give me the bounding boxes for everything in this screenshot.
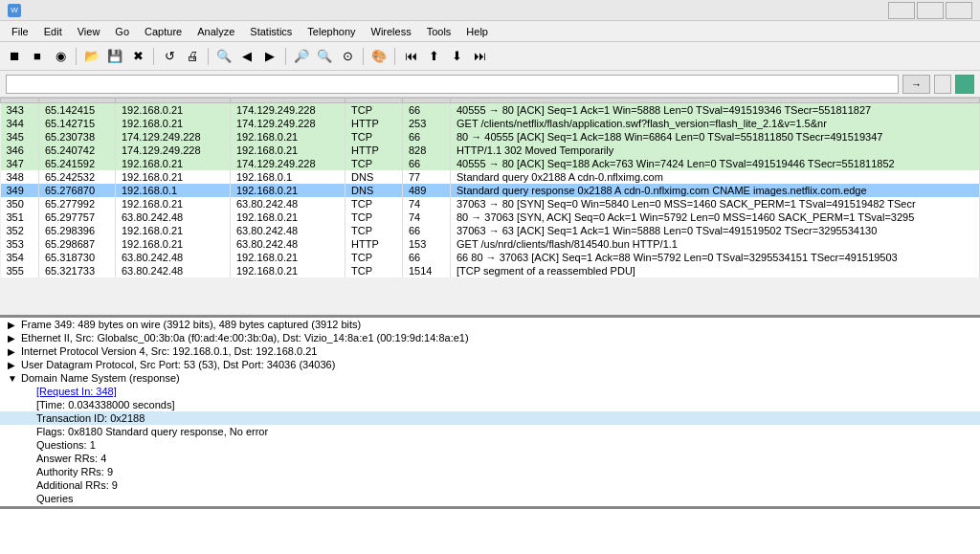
cell-6: GET /us/nrd/clients/flash/814540.bun HTT… [451, 237, 980, 251]
cell-2: 192.168.0.21 [116, 197, 231, 211]
menu-item-file[interactable]: File [4, 24, 36, 39]
hex-panel [0, 509, 980, 554]
menu-item-view[interactable]: View [70, 24, 108, 39]
table-row[interactable]: 34365.142415192.168.0.21174.129.249.228T… [1, 103, 980, 118]
cell-0: 344 [1, 117, 39, 130]
menu-item-tools[interactable]: Tools [419, 24, 459, 39]
toolbar-btn-zoom-normal[interactable]: ⊙ [337, 46, 358, 67]
cell-1: 65.298396 [39, 224, 116, 237]
toolbar-btn-first[interactable]: ⏮ [400, 46, 421, 67]
table-row[interactable]: 34465.142715192.168.0.21174.129.249.228H… [1, 117, 980, 130]
col-header-source[interactable] [116, 99, 231, 103]
maximize-button[interactable] [917, 2, 944, 19]
close-button[interactable] [946, 2, 972, 19]
expression-button[interactable] [934, 75, 951, 94]
cell-4: DNS [345, 170, 403, 184]
toolbar-btn-restart[interactable]: ■ [27, 46, 48, 67]
cell-1: 65.142415 [39, 103, 116, 118]
cell-1: 65.297757 [39, 211, 116, 224]
toolbar-btn-open[interactable]: 📂 [81, 46, 102, 67]
toolbar-btn-go-forward[interactable]: ▶ [259, 46, 280, 67]
cell-4: DNS [345, 184, 403, 197]
cell-3: 192.168.0.1 [231, 170, 345, 184]
toolbar-btn-reload[interactable]: ↺ [159, 46, 180, 67]
table-row[interactable]: 35365.298687192.168.0.2163.80.242.48HTTP… [1, 237, 980, 251]
cell-2: 174.129.249.228 [116, 144, 231, 157]
table-row[interactable]: 35165.29775763.80.242.48192.168.0.21TCP7… [1, 211, 980, 224]
cell-6: GET /clients/netflix/flash/application.s… [451, 117, 980, 130]
cell-4: TCP [345, 103, 403, 118]
col-header-protocol[interactable] [345, 99, 403, 103]
detail-row-frame[interactable]: ▶Frame 349: 489 bytes on wire (3912 bits… [0, 318, 980, 331]
cell-5: 77 [403, 170, 451, 184]
titlebar-left: W [8, 4, 27, 17]
table-row[interactable]: 34565.230738174.129.249.228192.168.0.21T… [1, 130, 980, 144]
cell-3: 63.80.242.48 [231, 197, 345, 211]
detail-row-ip[interactable]: ▶Internet Protocol Version 4, Src: 192.1… [0, 344, 980, 358]
toolbar-btn-go-back[interactable]: ◀ [236, 46, 257, 67]
col-header-info[interactable] [451, 99, 980, 103]
detail-row-questions[interactable]: Questions: 1 [0, 438, 980, 452]
cell-0: 347 [1, 157, 39, 170]
cell-0: 353 [1, 237, 39, 251]
separator-6 [394, 48, 395, 65]
menu-item-statistics[interactable]: Statistics [242, 24, 300, 39]
table-row[interactable]: 34665.240742174.129.249.228192.168.0.21H… [1, 144, 980, 157]
toolbar-btn-find[interactable]: 🔍 [213, 46, 234, 67]
cell-4: TCP [345, 130, 403, 144]
menu-item-wireless[interactable]: Wireless [364, 24, 419, 39]
menu-item-analyze[interactable]: Analyze [189, 24, 242, 39]
table-row[interactable]: 34965.276870192.168.0.1192.168.0.21DNS48… [1, 184, 980, 197]
menu-item-telephony[interactable]: Telephony [300, 24, 363, 39]
detail-row-request_in[interactable]: [Request In: 348] [0, 385, 980, 398]
menu-item-go[interactable]: Go [107, 24, 137, 39]
col-header-time[interactable] [39, 99, 116, 103]
table-row[interactable]: 35465.31873063.80.242.48192.168.0.21TCP6… [1, 251, 980, 264]
table-row[interactable]: 34865.242532192.168.0.21192.168.0.1DNS77… [1, 170, 980, 184]
col-header-no[interactable] [1, 99, 39, 103]
toolbar-btn-save[interactable]: 💾 [104, 46, 125, 67]
toolbar: ⏹ ■ ◉ 📂 💾 ✖ ↺ 🖨 🔍 ◀ ▶ 🔎 🔍 ⊙ 🎨 ⏮ ⬆ ⬇ ⏭ [0, 42, 980, 71]
table-row[interactable]: 35265.298396192.168.0.2163.80.242.48TCP6… [1, 224, 980, 237]
filter-input[interactable] [6, 75, 899, 94]
menu-item-edit[interactable]: Edit [36, 24, 70, 39]
detail-row-transaction_id[interactable]: Transaction ID: 0x2188 [0, 411, 980, 425]
toolbar-btn-print[interactable]: 🖨 [182, 46, 203, 67]
menubar: FileEditViewGoCaptureAnalyzeStatisticsTe… [0, 21, 980, 42]
toolbar-btn-prev[interactable]: ⬆ [423, 46, 444, 67]
detail-text-udp: User Datagram Protocol, Src Port: 53 (53… [21, 359, 335, 370]
col-header-destination[interactable] [231, 99, 345, 103]
detail-row-flags[interactable]: Flags: 0x8180 Standard query response, N… [0, 425, 980, 438]
table-row[interactable]: 34765.241592192.168.0.21174.129.249.228T… [1, 157, 980, 170]
minimize-button[interactable] [888, 2, 915, 19]
detail-row-authority_rrs[interactable]: Authority RRs: 9 [0, 465, 980, 478]
detail-row-ethernet[interactable]: ▶Ethernet II, Src: Globalsc_00:3b:0a (f0… [0, 331, 980, 344]
cell-5: 66 [403, 224, 451, 237]
table-row[interactable]: 35065.277992192.168.0.2163.80.242.48TCP7… [1, 197, 980, 211]
toolbar-btn-capture-options[interactable]: ◉ [50, 46, 71, 67]
detail-row-answer_rrs[interactable]: Answer RRs: 4 [0, 452, 980, 465]
toolbar-btn-last[interactable]: ⏭ [469, 46, 490, 67]
cell-5: 66 [403, 157, 451, 170]
cell-5: 489 [403, 184, 451, 197]
toolbar-btn-close[interactable]: ✖ [127, 46, 148, 67]
detail-row-additional_rrs[interactable]: Additional RRs: 9 [0, 478, 980, 492]
menu-item-capture[interactable]: Capture [137, 24, 189, 39]
cell-0: 343 [1, 103, 39, 118]
toolbar-btn-colorize[interactable]: 🎨 [368, 46, 390, 67]
cell-1: 65.321733 [39, 264, 116, 277]
detail-row-udp[interactable]: ▶User Datagram Protocol, Src Port: 53 (5… [0, 358, 980, 371]
col-header-length[interactable] [403, 99, 451, 103]
toolbar-btn-zoom-in[interactable]: 🔎 [291, 46, 312, 67]
cell-1: 65.230738 [39, 130, 116, 144]
toolbar-btn-stop[interactable]: ⏹ [4, 46, 25, 67]
table-row[interactable]: 35565.32173363.80.242.48192.168.0.21TCP1… [1, 264, 980, 277]
add-filter-button[interactable] [955, 75, 974, 94]
menu-item-help[interactable]: Help [458, 24, 496, 39]
detail-row-queries[interactable]: Queries [0, 492, 980, 505]
toolbar-btn-zoom-out[interactable]: 🔍 [314, 46, 335, 67]
toolbar-btn-next[interactable]: ⬇ [446, 46, 467, 67]
detail-row-time_val[interactable]: [Time: 0.034338000 seconds] [0, 398, 980, 411]
detail-row-dns[interactable]: ▼Domain Name System (response) [0, 371, 980, 385]
filter-arrow-button[interactable]: → [902, 75, 930, 94]
